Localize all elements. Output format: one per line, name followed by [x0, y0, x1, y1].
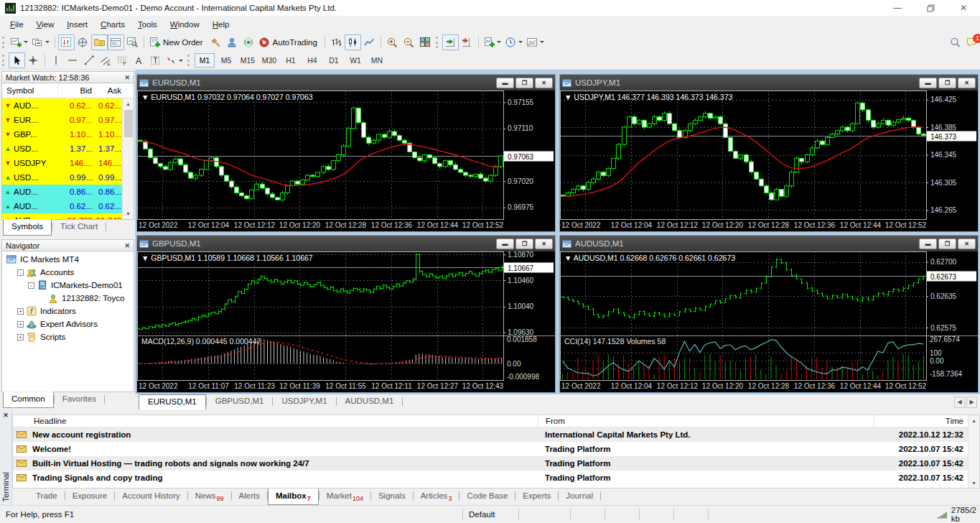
market-watch-scrollbar[interactable]: ▲ ▼ — [122, 98, 134, 219]
menu-insert[interactable]: Insert — [60, 18, 94, 31]
crosshair-button[interactable] — [25, 52, 42, 68]
tree-item-icmarkets-demo01[interactable]: -ICMarkets-Demo01 — [2, 279, 134, 292]
tree-item-ic-markets-mt4[interactable]: IC Markets MT4 — [2, 253, 134, 266]
period-m15-button[interactable]: M15 — [238, 53, 258, 68]
scroll-down-icon[interactable]: ▼ — [126, 208, 131, 219]
chart-canvas[interactable]: 0.971550.971100.970200.969750.9706312 Oc… — [137, 91, 555, 232]
column-ask[interactable]: Ask — [93, 83, 121, 98]
chart-canvas[interactable]: 146.425146.385146.345146.305146.265146.3… — [560, 91, 978, 232]
autotrading-button[interactable]: AutoTrading — [257, 34, 322, 50]
zoom-in-button[interactable] — [384, 34, 401, 50]
mailbox-row[interactable]: New account registrationInternational Ca… — [13, 427, 979, 442]
periods-button[interactable] — [503, 34, 525, 50]
tab-tick-chart[interactable]: Tick Chart — [52, 220, 106, 236]
chart-window-titlebar[interactable]: AUDUSD,M1▬❐✕ — [560, 236, 978, 251]
fibonacci-button[interactable]: F — [114, 52, 131, 68]
mailbox-row[interactable]: Built-in Virtual Hosting — trading robot… — [13, 456, 979, 471]
tree-expander-icon[interactable]: - — [17, 269, 24, 276]
chart-tab-audusd-m1[interactable]: AUDUSD,M1 — [337, 394, 403, 409]
chart-tab-usdjpy-m1[interactable]: USDJPY,M1 — [273, 394, 335, 409]
tab-account-history[interactable]: Account History — [115, 489, 187, 505]
chart-close-button[interactable]: ✕ — [958, 78, 976, 88]
column-time[interactable]: Time — [874, 415, 967, 427]
templates-button[interactable] — [525, 34, 546, 50]
tab-favorites[interactable]: Favorites — [55, 392, 104, 408]
mailbox-row[interactable]: Welcome!Trading Platform2022.10.07 15:42 — [13, 442, 979, 456]
bar-chart-button[interactable] — [328, 34, 345, 50]
scroll-left-icon[interactable]: ◀ — [954, 397, 965, 408]
horizontal-line-button[interactable] — [65, 52, 81, 68]
tab-alerts[interactable]: Alerts — [232, 489, 267, 505]
tree-expander-icon[interactable]: + — [17, 308, 24, 315]
status-profile[interactable]: Default — [462, 509, 518, 521]
text-label-button[interactable]: T — [147, 52, 164, 68]
chart-canvas[interactable]: CCI(14) 147.1528 Volumes 58267.65741000.… — [560, 251, 978, 393]
scroll-right-icon[interactable]: ▶ — [966, 397, 977, 408]
minimize-button[interactable]: — — [881, 0, 914, 16]
candlestick-button[interactable] — [345, 34, 361, 50]
close-button[interactable]: ✕ — [947, 0, 980, 16]
period-h1-button[interactable]: H1 — [281, 53, 301, 68]
community-button[interactable] — [224, 34, 241, 50]
scroll-down-icon[interactable]: ▼ — [971, 478, 976, 488]
market-watch-row[interactable]: ▼AUD...0.62...0.62... — [2, 98, 134, 113]
market-watch-row[interactable]: ▼GBP...1.10...1.10... — [2, 127, 134, 142]
column-symbol[interactable]: Symbol — [2, 83, 58, 98]
terminal-close-icon[interactable]: ✕ — [3, 409, 9, 421]
chart-restore-button[interactable]: ❐ — [938, 78, 956, 88]
chart-close-button[interactable]: ✕ — [535, 78, 553, 88]
menu-charts[interactable]: Charts — [94, 18, 131, 31]
tab-news[interactable]: News99 — [188, 489, 231, 505]
period-m5-button[interactable]: M5 — [216, 53, 236, 68]
chart-window-titlebar[interactable]: USDJPY,M1▬❐✕ — [560, 75, 978, 91]
tab-exposure[interactable]: Exposure — [65, 489, 115, 505]
tree-item-12132882-toyco[interactable]: 12132882: Toyco — [2, 292, 134, 305]
search-button[interactable] — [947, 34, 963, 50]
tree-item-accounts[interactable]: -Accounts — [2, 266, 134, 279]
market-watch-row[interactable]: ▼USDJPY146....146.... — [2, 156, 134, 170]
period-w1-button[interactable]: W1 — [345, 53, 365, 68]
navigator-close-icon[interactable]: ✕ — [124, 242, 130, 249]
chart-window-titlebar[interactable]: EURUSD,M1▬❐✕ — [137, 75, 555, 91]
market-watch-row[interactable]: ▲AUD...0.86...0.86... — [2, 185, 134, 199]
terminal-scrollbar[interactable]: ▲ ▼ — [968, 415, 979, 488]
menu-tools[interactable]: Tools — [131, 18, 164, 31]
chart-close-button[interactable]: ✕ — [958, 239, 976, 249]
period-m1-button[interactable]: M1 — [195, 53, 215, 68]
column-from[interactable]: From — [538, 415, 874, 427]
column-bid[interactable]: Bid — [58, 83, 93, 98]
chart-canvas[interactable]: MACD(12,26,9) 0.000445 0.0004470.0018580… — [137, 251, 555, 393]
scroll-up-icon[interactable]: ▲ — [126, 98, 131, 109]
tile-windows-button[interactable] — [417, 34, 434, 50]
tree-expander-icon[interactable]: + — [17, 321, 24, 328]
period-d1-button[interactable]: D1 — [324, 53, 344, 68]
strategy-tester-button[interactable] — [124, 34, 141, 50]
auto-scroll-button[interactable] — [442, 34, 459, 50]
tree-item-indicators[interactable]: +fIndicators — [2, 305, 134, 318]
tree-item-scripts[interactable]: +Scripts — [2, 330, 134, 343]
chart-restore-button[interactable]: ❐ — [938, 239, 956, 249]
equidistant-channel-button[interactable]: E — [98, 52, 114, 68]
market-watch-row[interactable]: ▲USD...0.99...0.99... — [2, 170, 134, 185]
market-watch-row[interactable]: ▲USD...1.37...1.37... — [2, 142, 134, 156]
tab-symbols[interactable]: Symbols — [3, 219, 52, 236]
indicators-button[interactable] — [482, 34, 503, 50]
tab-trade[interactable]: Trade — [29, 489, 65, 505]
zoom-out-button[interactable] — [401, 34, 417, 50]
market-watch-close-icon[interactable]: ✕ — [124, 74, 130, 81]
arrows-button[interactable] — [164, 52, 185, 68]
chart-minimize-button[interactable]: ▬ — [919, 78, 937, 88]
terminal-toggle[interactable] — [108, 34, 124, 50]
chart-tab-gbpusd-m1[interactable]: GBPUSD,M1 — [207, 394, 273, 409]
line-chart-button[interactable] — [361, 34, 378, 50]
trendline-button[interactable] — [81, 52, 98, 68]
tab-journal[interactable]: Journal — [559, 489, 600, 505]
menu-file[interactable]: File — [4, 18, 30, 31]
text-button[interactable]: A — [131, 52, 147, 68]
cursor-button[interactable] — [9, 52, 25, 68]
tab-experts[interactable]: Experts — [515, 489, 558, 505]
tree-item-expert-advisors[interactable]: +Expert Advisors — [2, 318, 134, 330]
chart-minimize-button[interactable]: ▬ — [496, 78, 514, 88]
chart-minimize-button[interactable]: ▬ — [496, 239, 514, 249]
market-watch-row[interactable]: ▼EUR...0.97...0.97... — [2, 113, 134, 127]
